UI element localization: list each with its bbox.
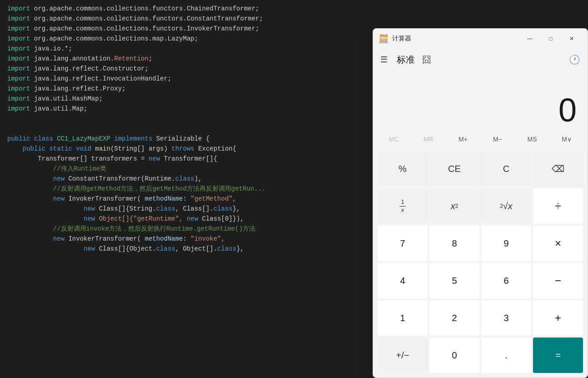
add-button[interactable]: + <box>533 300 583 336</box>
mode-label: 标准 <box>397 54 415 66</box>
calculator-titlebar: 🧮 计算器 — □ ✕ <box>373 29 588 49</box>
four-button[interactable]: 4 <box>378 263 428 298</box>
two-button[interactable]: 2 <box>429 300 479 336</box>
nine-button[interactable]: 9 <box>481 226 531 261</box>
clear-button[interactable]: C <box>481 151 531 186</box>
close-button[interactable]: ✕ <box>561 31 582 46</box>
calculator-title: 计算器 <box>392 35 519 43</box>
square-button[interactable]: x2 <box>429 188 479 224</box>
calculator-window: 🧮 计算器 — □ ✕ ☰ 标准 囧 🕐 0 MC MR M+ M− MS M∨… <box>373 28 588 378</box>
reciprocal-button[interactable]: 1 x <box>378 188 428 224</box>
menu-icon[interactable]: ☰ <box>379 53 389 66</box>
code-line: import org.apache.commons.collections.fu… <box>0 14 588 24</box>
eight-button[interactable]: 8 <box>429 226 479 261</box>
divide-button[interactable]: ÷ <box>533 188 583 224</box>
negate-button[interactable]: +/− <box>378 338 428 373</box>
mc-button[interactable]: MC <box>377 130 411 148</box>
decimal-button[interactable]: . <box>481 338 531 373</box>
mplus-button[interactable]: M+ <box>446 130 480 148</box>
backspace-button[interactable]: ⌫ <box>533 151 583 186</box>
mv-button[interactable]: M∨ <box>549 130 584 148</box>
maximize-button[interactable]: □ <box>540 31 561 46</box>
subtract-button[interactable]: − <box>533 263 583 298</box>
six-button[interactable]: 6 <box>481 263 531 298</box>
multiply-button[interactable]: × <box>533 226 583 261</box>
calculator-app-icon: 🧮 <box>379 34 389 44</box>
percent-button[interactable]: % <box>378 151 428 186</box>
mminus-button[interactable]: M− <box>480 130 515 148</box>
three-button[interactable]: 3 <box>481 300 531 336</box>
calculator-display: 0 <box>373 71 588 130</box>
graph-icon: 囧 <box>422 54 431 66</box>
calculator-header: ☰ 标准 囧 🕐 <box>373 49 588 71</box>
history-icon[interactable]: 🕐 <box>567 52 582 67</box>
ce-button[interactable]: CE <box>429 151 479 186</box>
five-button[interactable]: 5 <box>429 263 479 298</box>
ms-button[interactable]: MS <box>515 130 549 148</box>
mr-button[interactable]: MR <box>411 130 446 148</box>
memory-row: MC MR M+ M− MS M∨ <box>373 130 588 148</box>
zero-button[interactable]: 0 <box>429 338 479 373</box>
code-line: import org.apache.commons.collections.fu… <box>0 4 588 14</box>
display-value: 0 <box>558 94 577 126</box>
sqrt-button[interactable]: 2√x <box>481 188 531 224</box>
minimize-button[interactable]: — <box>519 31 540 46</box>
equals-button[interactable]: = <box>533 338 583 373</box>
calculator-buttons: % CE C ⌫ 1 x x2 2√x ÷ 7 8 9 × 4 5 6 − 1 … <box>373 150 588 378</box>
seven-button[interactable]: 7 <box>378 226 428 261</box>
one-button[interactable]: 1 <box>378 300 428 336</box>
